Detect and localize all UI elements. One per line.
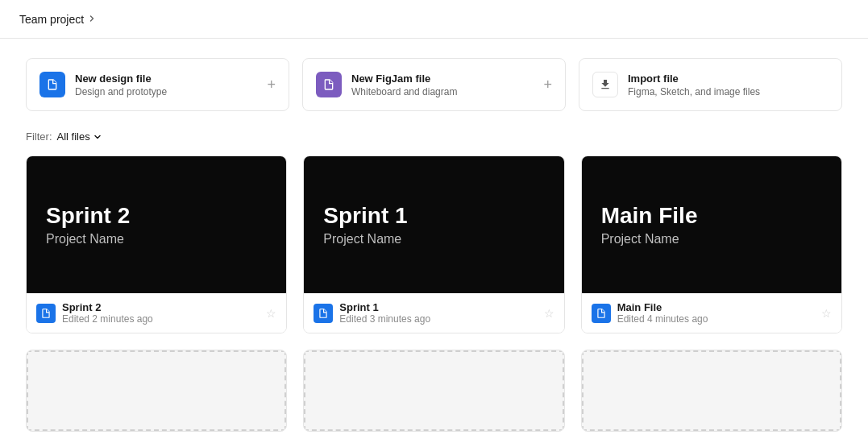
file-icon-sprint1 bbox=[314, 304, 333, 323]
thumbnail-subtitle-sprint2: Project Name bbox=[46, 232, 124, 246]
placeholder-card-2 bbox=[303, 350, 564, 432]
new-figjam-plus-icon: + bbox=[543, 77, 552, 93]
placeholder-card-3 bbox=[581, 350, 842, 432]
file-icon-mainfile bbox=[592, 304, 611, 323]
import-card-text: Import file Figma, Sketch, and image fil… bbox=[628, 72, 760, 97]
new-figjam-card-text: New FigJam file Whiteboard and diagram bbox=[351, 72, 457, 97]
new-figjam-subtitle: Whiteboard and diagram bbox=[351, 86, 457, 97]
star-icon-mainfile[interactable]: ☆ bbox=[821, 307, 832, 320]
import-subtitle: Figma, Sketch, and image files bbox=[628, 86, 760, 97]
file-meta-sprint1: Sprint 1 Edited 3 minutes ago ☆ bbox=[304, 293, 563, 333]
star-icon-sprint1[interactable]: ☆ bbox=[544, 307, 554, 320]
filter-row: Filter: All files bbox=[26, 130, 842, 143]
new-design-card-text: New design file Design and prototype bbox=[75, 72, 167, 97]
new-figjam-title: New FigJam file bbox=[351, 72, 457, 85]
thumbnail-title-mainfile: Main File bbox=[601, 203, 698, 229]
filter-label: Filter: bbox=[26, 130, 52, 143]
file-info-sprint2: Sprint 2 Edited 2 minutes ago bbox=[62, 301, 260, 325]
new-design-file-card[interactable]: New design file Design and prototype + bbox=[26, 58, 289, 111]
file-icon-sprint2 bbox=[36, 304, 56, 323]
new-figjam-file-card[interactable]: New FigJam file Whiteboard and diagram + bbox=[302, 58, 566, 111]
new-design-plus-icon: + bbox=[267, 77, 276, 93]
file-card-mainfile[interactable]: Main File Project Name Main File Edited … bbox=[581, 155, 842, 333]
thumbnail-subtitle-mainfile: Project Name bbox=[601, 232, 679, 246]
file-name-sprint1: Sprint 1 bbox=[339, 301, 537, 313]
thumbnail-subtitle-sprint1: Project Name bbox=[323, 232, 401, 246]
file-grid: Sprint 2 Project Name Sprint 2 Edited 2 … bbox=[26, 155, 842, 432]
project-name-label: Team project bbox=[19, 13, 84, 26]
placeholder-card-1 bbox=[26, 350, 287, 432]
file-card-sprint1[interactable]: Sprint 1 Project Name Sprint 1 Edited 3 … bbox=[303, 155, 564, 333]
new-figjam-icon bbox=[316, 72, 342, 97]
file-thumbnail-sprint1: Sprint 1 Project Name bbox=[304, 156, 563, 293]
file-info-mainfile: Main File Edited 4 minutes ago bbox=[617, 301, 815, 325]
file-name-mainfile: Main File bbox=[617, 301, 815, 313]
file-edited-sprint2: Edited 2 minutes ago bbox=[62, 313, 260, 325]
header: Team project bbox=[0, 0, 868, 39]
file-name-sprint2: Sprint 2 bbox=[62, 301, 260, 313]
placeholder-thumbnail-2 bbox=[304, 350, 563, 431]
file-edited-sprint1: Edited 3 minutes ago bbox=[339, 313, 537, 325]
placeholder-thumbnail-3 bbox=[582, 350, 841, 431]
file-edited-mainfile: Edited 4 minutes ago bbox=[617, 313, 815, 325]
filter-chevron-icon bbox=[93, 132, 102, 142]
placeholder-thumbnail-1 bbox=[27, 350, 286, 431]
thumbnail-title-sprint2: Sprint 2 bbox=[46, 203, 130, 229]
action-cards-row: New design file Design and prototype + N… bbox=[26, 58, 842, 111]
header-chevron-icon bbox=[87, 13, 97, 26]
import-title: Import file bbox=[628, 72, 760, 85]
filter-value-button[interactable]: All files bbox=[57, 130, 102, 143]
file-thumbnail-sprint2: Sprint 2 Project Name bbox=[27, 156, 286, 293]
star-icon-sprint2[interactable]: ☆ bbox=[266, 307, 276, 320]
new-design-subtitle: Design and prototype bbox=[75, 86, 167, 97]
file-meta-sprint2: Sprint 2 Edited 2 minutes ago ☆ bbox=[27, 293, 286, 333]
project-title[interactable]: Team project bbox=[19, 13, 97, 26]
import-icon bbox=[592, 72, 618, 97]
thumbnail-title-sprint1: Sprint 1 bbox=[323, 203, 407, 229]
import-file-card[interactable]: Import file Figma, Sketch, and image fil… bbox=[579, 58, 842, 111]
file-info-sprint1: Sprint 1 Edited 3 minutes ago bbox=[339, 301, 537, 325]
file-card-sprint2[interactable]: Sprint 2 Project Name Sprint 2 Edited 2 … bbox=[26, 155, 287, 333]
new-design-icon bbox=[39, 72, 65, 97]
file-meta-mainfile: Main File Edited 4 minutes ago ☆ bbox=[582, 293, 841, 333]
file-thumbnail-mainfile: Main File Project Name bbox=[582, 156, 841, 293]
new-design-title: New design file bbox=[75, 72, 167, 85]
filter-value-text: All files bbox=[57, 130, 90, 143]
main-content: New design file Design and prototype + N… bbox=[0, 39, 868, 439]
